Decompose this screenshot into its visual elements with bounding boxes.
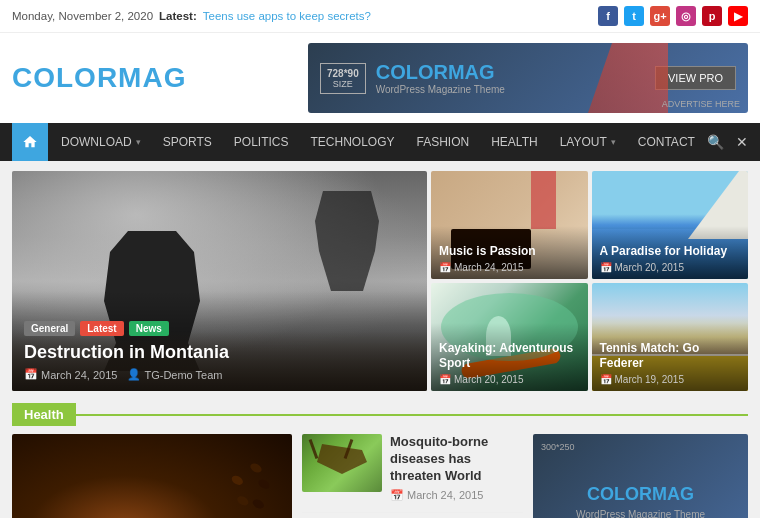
banner-decoration — [588, 43, 668, 113]
grid-title-music: Music is Passion — [439, 244, 580, 260]
youtube-icon[interactable]: ▶ — [728, 6, 748, 26]
section-line — [76, 414, 748, 416]
grid-item-kayak[interactable]: Kayaking: Adventurous Sport 📅 March 20, … — [431, 283, 588, 391]
mosquito-scene — [302, 434, 382, 492]
tag-general: General — [24, 321, 75, 336]
health-articles: Mosquito-borne diseases has threaten Wor… — [302, 434, 523, 518]
grid-title-paradise: A Paradise for Holiday — [600, 244, 741, 260]
download-arrow-icon: ▾ — [136, 137, 141, 147]
navigation: DOWNLOAD ▾ SPORTS POLITICS TECHNOLOGY FA… — [0, 123, 760, 161]
pinterest-icon[interactable]: p — [702, 6, 722, 26]
featured-title: Destruction in Montania — [24, 342, 415, 363]
grid-meta-tennis: 📅 March 19, 2015 — [600, 374, 741, 385]
grid-title-kayak: Kayaking: Adventurous Sport — [439, 341, 580, 372]
tags: General Latest News — [24, 321, 415, 336]
grid-meta-music: 📅 March 24, 2015 — [439, 262, 580, 273]
featured-date: 📅 March 24, 2015 — [24, 368, 117, 381]
nav-layout[interactable]: LAYOUT ▾ — [549, 123, 627, 161]
nav-download[interactable]: DOWNLOAD ▾ — [50, 123, 152, 161]
nav-health[interactable]: HEALTH — [480, 123, 548, 161]
sidebar-ad-size: 300*250 — [541, 442, 575, 452]
share-icon[interactable]: ✕ — [736, 134, 748, 150]
health-section-header: Health — [12, 403, 748, 426]
health-content: Mosquito-borne diseases has threaten Wor… — [12, 434, 748, 518]
grid-row-1: Music is Passion 📅 March 24, 2015 A Para… — [431, 171, 748, 279]
logo: COLORMAG — [12, 62, 186, 94]
instagram-icon[interactable]: ◎ — [676, 6, 696, 26]
sidebar-ad-logo: COLORMAG — [587, 484, 694, 505]
nav-right: 🔍 ✕ — [707, 134, 748, 150]
banner-size-sub: SIZE — [333, 79, 353, 89]
banner-ad: 728*90 SIZE COLORMAG WordPress Magazine … — [308, 43, 748, 113]
coffee-scene — [12, 434, 292, 518]
article-date-mosquito: 📅 March 24, 2015 — [390, 489, 523, 502]
tag-news: News — [129, 321, 169, 336]
grid-item-tennis[interactable]: Tennis Match: Go Federer 📅 March 19, 201… — [592, 283, 749, 391]
home-nav-button[interactable] — [12, 123, 48, 161]
nav-items: DOWNLOAD ▾ SPORTS POLITICS TECHNOLOGY FA… — [50, 123, 707, 161]
main-content: General Latest News Destruction in Monta… — [0, 161, 760, 518]
header: COLORMAG 728*90 SIZE COLORMAG WordPress … — [0, 33, 760, 123]
latest-label: Latest: — [159, 10, 197, 22]
top-bar: Monday, November 2, 2020 Latest: Teens u… — [0, 0, 760, 33]
banner-size: 728*90 — [327, 68, 359, 79]
nav-sports[interactable]: SPORTS — [152, 123, 223, 161]
layout-arrow-icon: ▾ — [611, 137, 616, 147]
grid-overlay-kayak: Kayaking: Adventurous Sport 📅 March 20, … — [431, 323, 588, 391]
search-icon[interactable]: 🔍 — [707, 134, 724, 150]
banner-advertise-label: ADVERTISE HERE — [662, 99, 740, 109]
grid-overlay-music: Music is Passion 📅 March 24, 2015 — [431, 226, 588, 279]
tag-latest: Latest — [80, 321, 123, 336]
grid-meta-kayak: 📅 March 20, 2015 — [439, 374, 580, 385]
featured-overlay: General Latest News Destruction in Monta… — [12, 291, 427, 391]
googleplus-icon[interactable]: g+ — [650, 6, 670, 26]
grid-title-tennis: Tennis Match: Go Federer — [600, 341, 741, 372]
health-label: Health — [12, 403, 76, 426]
health-main-image — [12, 434, 292, 518]
featured-main-article[interactable]: General Latest News Destruction in Monta… — [12, 171, 427, 391]
facebook-icon[interactable]: f — [598, 6, 618, 26]
grid-item-music[interactable]: Music is Passion 📅 March 24, 2015 — [431, 171, 588, 279]
twitter-icon[interactable]: t — [624, 6, 644, 26]
featured-grid: General Latest News Destruction in Monta… — [12, 171, 748, 391]
nav-technology[interactable]: TECHNOLOGY — [299, 123, 405, 161]
home-icon — [22, 134, 38, 150]
sidebar-ad: 300*250 COLORMAG WordPress Magazine Them… — [533, 434, 748, 518]
social-icons: f t g+ ◎ p ▶ — [598, 6, 748, 26]
article-item-mosquito[interactable]: Mosquito-borne diseases has threaten Wor… — [302, 434, 523, 513]
article-title-mosquito: Mosquito-borne diseases has threaten Wor… — [390, 434, 523, 485]
nav-fashion[interactable]: FASHION — [406, 123, 481, 161]
right-grid: Music is Passion 📅 March 24, 2015 A Para… — [431, 171, 748, 391]
latest-link[interactable]: Teens use apps to keep secrets? — [203, 10, 371, 22]
grid-overlay-paradise: A Paradise for Holiday 📅 March 20, 2015 — [592, 226, 749, 279]
coffee-image — [12, 434, 292, 518]
nav-politics[interactable]: POLITICS — [223, 123, 300, 161]
grid-meta-paradise: 📅 March 20, 2015 — [600, 262, 741, 273]
featured-author: 👤 TG-Demo Team — [127, 368, 222, 381]
sidebar-ad-tagline: WordPress Magazine Theme — [576, 509, 705, 519]
grid-item-paradise[interactable]: A Paradise for Holiday 📅 March 20, 2015 — [592, 171, 749, 279]
logo-blue: MAG — [118, 62, 186, 93]
nav-contact[interactable]: CONTACT — [627, 123, 706, 161]
article-thumb-mosquito — [302, 434, 382, 492]
article-content-mosquito: Mosquito-borne diseases has threaten Wor… — [390, 434, 523, 502]
grid-row-2: Kayaking: Adventurous Sport 📅 March 20, … — [431, 283, 748, 391]
grid-overlay-tennis: Tennis Match: Go Federer 📅 March 19, 201… — [592, 323, 749, 391]
date-label: Monday, November 2, 2020 — [12, 10, 153, 22]
featured-meta: 📅 March 24, 2015 👤 TG-Demo Team — [24, 368, 415, 381]
logo-black: COLOR — [12, 62, 118, 93]
top-bar-left: Monday, November 2, 2020 Latest: Teens u… — [12, 10, 371, 22]
